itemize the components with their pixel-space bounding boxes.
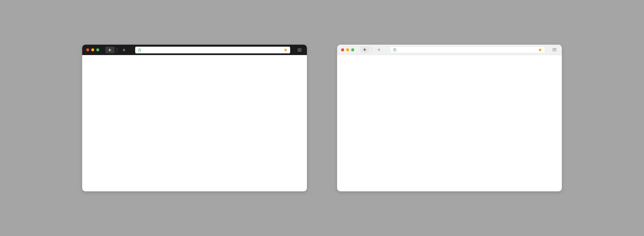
browser-viewport: [82, 55, 307, 191]
star-icon[interactable]: [284, 48, 287, 52]
arrow-right-icon: [377, 48, 381, 52]
forward-button[interactable]: [119, 47, 128, 53]
nav-divider: [372, 47, 372, 52]
address-input[interactable]: [141, 48, 284, 52]
minimize-button[interactable]: [346, 48, 349, 51]
traffic-lights: [86, 48, 99, 51]
arrow-left-icon: [363, 48, 367, 52]
maximize-button[interactable]: [351, 48, 354, 51]
traffic-lights: [341, 48, 354, 51]
lock-icon: [393, 48, 396, 51]
menu-button[interactable]: [551, 46, 558, 53]
navigation-buttons: [105, 47, 128, 53]
lock-icon: [138, 48, 141, 52]
arrow-left-icon: [108, 48, 112, 52]
svg-marker-10: [539, 48, 542, 51]
browser-window-dark: [82, 45, 307, 191]
maximize-button[interactable]: [96, 48, 99, 51]
nav-divider: [117, 48, 117, 52]
navigation-buttons: [360, 46, 383, 53]
browser-toolbar: [82, 45, 307, 55]
hamburger-icon: [297, 48, 302, 52]
minimize-button[interactable]: [91, 48, 94, 51]
browser-toolbar: [337, 45, 562, 55]
close-button[interactable]: [341, 48, 344, 51]
address-bar[interactable]: [390, 46, 545, 53]
svg-marker-3: [284, 48, 287, 51]
arrow-right-icon: [122, 48, 126, 52]
menu-button[interactable]: [296, 47, 303, 53]
back-button[interactable]: [105, 47, 115, 53]
hamburger-icon: [552, 47, 557, 52]
address-input[interactable]: [396, 48, 538, 52]
address-bar[interactable]: [135, 47, 290, 53]
svg-rect-9: [393, 50, 396, 51]
browser-viewport: [337, 55, 562, 191]
svg-rect-2: [138, 50, 141, 51]
back-button[interactable]: [360, 46, 370, 53]
forward-button[interactable]: [374, 46, 383, 53]
browser-window-light: [337, 45, 562, 191]
star-icon[interactable]: [538, 48, 542, 52]
close-button[interactable]: [86, 48, 89, 51]
